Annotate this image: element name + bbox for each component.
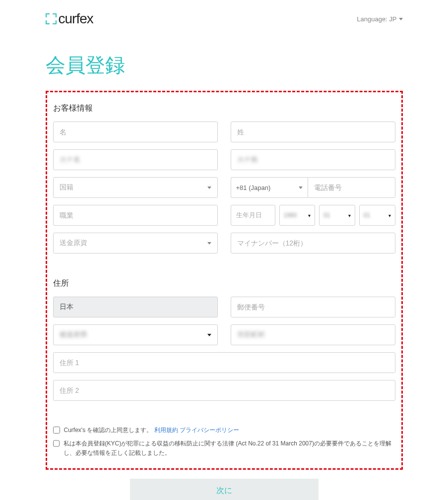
chevron-down-icon: ▾ <box>348 213 351 218</box>
dob-year-select[interactable]: 1990▾ <box>279 205 316 226</box>
city-input[interactable]: 市区町村 <box>231 324 395 345</box>
logo-text: curfex <box>59 11 93 27</box>
chevron-down-icon <box>207 334 211 336</box>
address2-input[interactable] <box>53 380 395 401</box>
chevron-down-icon <box>399 18 403 20</box>
language-selector[interactable]: Language: JP <box>357 15 402 23</box>
chevron-down-icon <box>207 187 211 189</box>
chevron-down-icon <box>207 242 211 245</box>
chevron-down-icon <box>299 187 303 189</box>
nationality-select[interactable]: 国籍 <box>53 177 218 198</box>
logo-icon <box>46 13 57 24</box>
first-kana-input[interactable]: カナ名 <box>53 149 218 170</box>
funds-source-select[interactable]: 送金原資 <box>53 233 218 253</box>
next-button[interactable]: 次に <box>130 479 319 500</box>
postal-input[interactable] <box>231 297 395 317</box>
first-name-input[interactable] <box>53 122 218 142</box>
language-label: Language: JP <box>357 15 396 23</box>
page-title: 会員登録 <box>46 52 403 79</box>
terms-text: Curfex's を確認の上同意します。 利用規約 プライバシーポリシー <box>64 426 240 435</box>
dob-label: 生年月日 <box>231 205 275 226</box>
terms-checkbox[interactable] <box>53 427 60 434</box>
registration-form: お客様情報 カナ名 カナ姓 国籍 +81 (Japan) <box>46 91 403 470</box>
chevron-down-icon: ▾ <box>388 213 391 218</box>
last-kana-input[interactable]: カナ姓 <box>231 149 395 170</box>
section-address: 住所 <box>53 278 395 289</box>
occupation-input[interactable] <box>53 205 218 226</box>
kyc-checkbox[interactable] <box>53 440 60 447</box>
privacy-link[interactable]: プライバシーポリシー <box>180 427 239 434</box>
phone-prefix-label: +81 (Japan) <box>236 184 271 191</box>
address1-input[interactable] <box>53 352 395 373</box>
section-customer-info: お客様情報 <box>53 103 395 114</box>
kyc-text: 私は本会員登録(KYC)が犯罪による収益の移転防止に関する法律 (Act No.… <box>64 439 395 458</box>
prefecture-select[interactable]: 都道府県 <box>53 324 218 345</box>
header: curfex Language: JP <box>46 0 403 32</box>
prefecture-value: 都道府県 <box>60 330 87 339</box>
funds-source-placeholder: 送金原資 <box>60 239 87 248</box>
phone-country-select[interactable]: +81 (Japan) <box>231 177 308 198</box>
chevron-down-icon: ▾ <box>308 213 311 218</box>
last-name-input[interactable] <box>231 122 395 142</box>
logo[interactable]: curfex <box>46 11 93 27</box>
terms-link[interactable]: 利用規約 <box>154 427 178 434</box>
dob-month-select[interactable]: 01▾ <box>319 205 355 226</box>
phone-input[interactable] <box>308 177 395 198</box>
country-input: 日本 <box>53 297 218 317</box>
dob-day-select[interactable]: 01▾ <box>359 205 395 226</box>
mynumber-input[interactable] <box>231 233 395 253</box>
nationality-placeholder: 国籍 <box>60 183 73 192</box>
